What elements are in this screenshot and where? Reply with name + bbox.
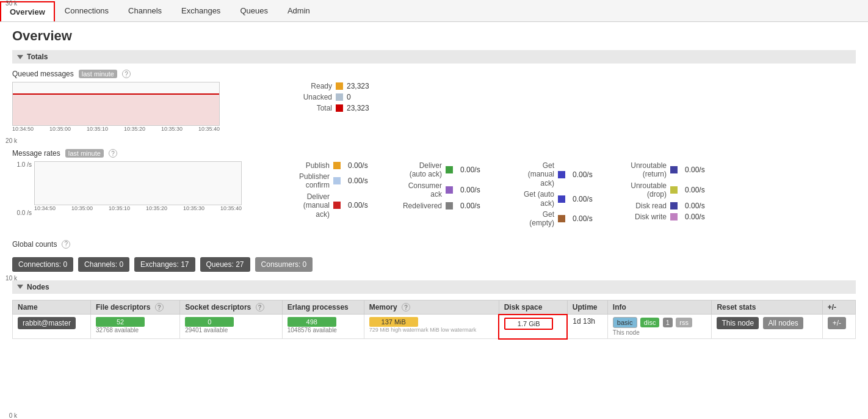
rate-unroutable-return-label: Unroutable(return) [618, 161, 667, 179]
rate-deliver-manual: Deliver(manualack) 0.00/s [281, 192, 385, 219]
exchanges-count-btn[interactable]: Exchanges: 17 [134, 257, 195, 272]
node-reset-stats-cell: This node All nodes [712, 315, 822, 339]
queued-messages-label: Queued messages [12, 70, 74, 78]
socket-descriptors-bar: 0 [185, 317, 234, 327]
rate-publish-value: 0.00/s [348, 161, 385, 170]
rate-x-3: 10:35:10 [109, 205, 130, 216]
totals-stats: Ready 23,323 Unacked 0 Total 23,323 [281, 82, 856, 115]
rate-get-empty-value: 0.00/s [573, 214, 609, 223]
rate-deliver-auto-color [446, 166, 453, 173]
reset-this-node-btn[interactable]: This node [717, 317, 759, 329]
y-label-10k: 10 k [1, 275, 17, 282]
connections-count-btn[interactable]: Connections: 0 [12, 257, 73, 272]
th-memory: Memory ? [364, 300, 499, 315]
nodes-section-header: Nodes [12, 280, 856, 294]
y-label-30k: 30 k [1, 0, 17, 7]
stat-unacked-label: Unacked [281, 93, 336, 101]
th-uptime: Uptime [567, 300, 607, 315]
rate-disk-write-color [670, 213, 678, 220]
nav-queues[interactable]: Queues [230, 0, 278, 21]
stat-ready-value: 23,323 [347, 82, 369, 90]
rate-publisher-confirm-label: Publisherconfirm [281, 172, 330, 190]
rate-get-empty-label: Get(empty) [505, 210, 554, 228]
rates-col-4: Unroutable(return) 0.00/s Unroutable(dro… [618, 161, 722, 228]
reset-all-nodes-btn[interactable]: All nodes [763, 317, 803, 329]
node-info-cell: basic disc 1 rss This node [607, 315, 712, 339]
node-row: rabbit@master 52 32768 available 0 29401… [13, 315, 856, 339]
x-label-6: 10:35:40 [198, 126, 220, 137]
message-rates-help[interactable]: ? [109, 149, 117, 158]
rate-x-5: 10:35:30 [183, 205, 204, 216]
rate-deliver-manual-label: Deliver(manualack) [281, 192, 330, 219]
nav-connections[interactable]: Connections [55, 0, 118, 21]
info-basic-btn[interactable]: basic [613, 317, 637, 328]
file-descriptors-help[interactable]: ? [155, 303, 164, 312]
rates-stats: Publish 0.00/s Publisherconfirm 0.00/s D… [281, 161, 722, 228]
queued-messages-badge[interactable]: last minute [79, 70, 117, 78]
th-plus-minus: +/- [822, 300, 855, 315]
rate-redelivered-color [446, 202, 453, 210]
x-label-1: 10:34:50 [12, 126, 34, 137]
x-label-5: 10:35:30 [161, 126, 183, 137]
node-name-button[interactable]: rabbit@master [18, 317, 76, 329]
stat-unacked: Unacked 0 [281, 93, 856, 101]
th-reset-stats: Reset stats [712, 300, 822, 315]
channels-count-btn[interactable]: Channels: 0 [78, 257, 129, 272]
th-disk-space: Disk space [499, 300, 567, 315]
socket-descriptors-help[interactable]: ? [256, 303, 264, 312]
rate-get-empty-color [558, 215, 565, 222]
plus-minus-btn[interactable]: +/- [828, 317, 846, 329]
th-name: Name [13, 300, 91, 315]
nav-admin[interactable]: Admin [278, 0, 320, 21]
totals-section-header: Totals [12, 50, 856, 64]
message-rates-chart: 1.0 /s 0.0 /s 10:34:50 10:35:00 10:35:10… [12, 161, 269, 216]
rate-x-4: 10:35:20 [146, 205, 167, 216]
info-rss-btn[interactable]: rss [676, 318, 692, 327]
rate-deliver-auto-value: 0.00/s [460, 166, 497, 174]
chart-y-axis: 30 k 20 k 10 k 0 k [0, 0, 18, 346]
message-rates-badge[interactable]: last minute [65, 149, 104, 158]
rate-publish-color [333, 162, 341, 169]
top-navigation: Overview Connections Channels Exchanges … [0, 0, 868, 22]
disk-space-bar: 1.7 GiB [504, 318, 553, 330]
erlang-processes-bar: 498 [288, 317, 336, 327]
x-label-2: 10:35:00 [49, 126, 71, 137]
rate-consumer-ack-color [446, 186, 453, 194]
page-title: Overview [12, 28, 856, 44]
queues-count-btn[interactable]: Queues: 27 [200, 257, 250, 272]
global-counts-buttons: Connections: 0 Channels: 0 Exchanges: 17… [12, 257, 856, 272]
socket-descriptors-available: 29401 available [185, 327, 277, 333]
stat-unacked-color [336, 93, 343, 101]
rate-disk-write: Disk write 0.00/s [618, 213, 722, 221]
node-name-cell: rabbit@master [13, 315, 91, 339]
rate-get-auto-value: 0.00/s [573, 195, 609, 203]
nav-exchanges[interactable]: Exchanges [172, 0, 230, 21]
th-socket-descriptors: Socket descriptors ? [180, 300, 283, 315]
memory-help[interactable]: ? [402, 303, 410, 312]
queued-messages-help[interactable]: ? [122, 70, 131, 78]
rate-x-6: 10:35:40 [220, 205, 242, 216]
rate-x-1: 10:34:50 [34, 205, 56, 216]
totals-charts-area: 30 k 20 k 10 k 0 k 10:34:50 10:35:00 10:… [12, 82, 856, 137]
rate-publisher-confirm: Publisherconfirm 0.00/s [281, 172, 385, 190]
stat-ready-label: Ready [281, 82, 336, 90]
rate-disk-read-label: Disk read [618, 202, 667, 210]
totals-label: Totals [27, 53, 48, 61]
stat-ready-color [336, 82, 343, 90]
rate-unroutable-return-value: 0.00/s [685, 166, 722, 174]
consumers-count-btn[interactable]: Consumers: 0 [255, 257, 313, 272]
erlang-processes-available: 1048576 available [288, 327, 359, 333]
stat-total-value: 23,323 [347, 104, 369, 112]
file-descriptors-bar: 52 [96, 317, 145, 327]
rate-redelivered: Redelivered 0.00/s [393, 202, 497, 210]
info-disc-btn[interactable]: disc [640, 318, 660, 327]
message-rates-label: Message rates [12, 149, 60, 158]
global-counts-help[interactable]: ? [62, 240, 70, 249]
rate-x-2: 10:35:00 [71, 205, 93, 216]
rate-publisher-confirm-color [333, 177, 341, 184]
th-erlang-processes: Erlang processes [282, 300, 364, 315]
rate-unroutable-drop: Unroutable(drop) 0.00/s [618, 181, 722, 199]
rate-publish-label: Publish [281, 161, 330, 170]
nav-channels[interactable]: Channels [118, 0, 172, 21]
file-descriptors-available: 32768 available [96, 327, 175, 333]
